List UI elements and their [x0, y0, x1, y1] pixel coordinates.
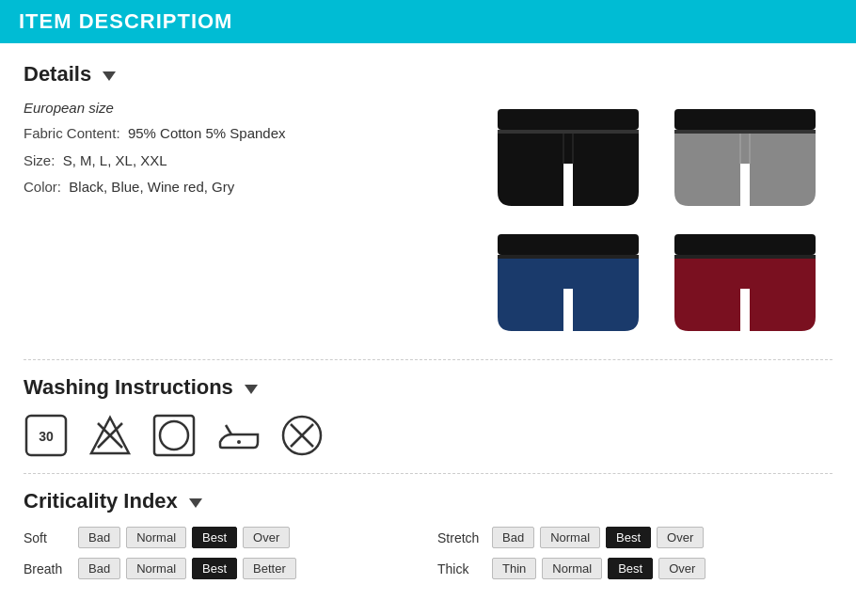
crit-btn-breath-normal[interactable]: Normal [126, 558, 186, 579]
divider-1 [24, 359, 832, 360]
color-label: Color: [24, 179, 61, 195]
washing-chevron-icon[interactable] [245, 385, 258, 394]
crit-row-stretch: Stretch Bad Normal Best Over [437, 527, 832, 548]
fabric-line: Fabric Content: 95% Cotton 5% Spandex [24, 123, 484, 145]
tumble-dry-icon [151, 413, 197, 458]
svg-rect-4 [674, 109, 816, 130]
crit-btn-thick-thin[interactable]: Thin [492, 558, 536, 579]
crit-btn-stretch-bad[interactable]: Bad [492, 527, 534, 548]
color-line: Color: Black, Blue, Wine red, Gry [24, 177, 484, 198]
boxer-black-img [484, 100, 652, 217]
details-title: Details [24, 62, 91, 87]
crit-btn-soft-normal[interactable]: Normal [126, 527, 186, 548]
svg-rect-12 [674, 234, 816, 255]
no-dry-clean-icon [279, 413, 325, 458]
page-title: ITEM DESCRIPTIOM [19, 9, 232, 34]
crit-btn-stretch-normal[interactable]: Normal [540, 527, 600, 548]
svg-rect-0 [498, 109, 639, 130]
iron-icon [215, 413, 261, 458]
svg-rect-9 [498, 255, 639, 259]
svg-line-23 [226, 425, 231, 434]
criticality-chevron-icon[interactable] [189, 498, 202, 508]
svg-rect-5 [674, 130, 816, 134]
washing-title: Washing Instructions [24, 375, 233, 400]
svg-rect-1 [498, 130, 639, 134]
crit-btn-soft-best[interactable]: Best [192, 527, 237, 548]
crit-label-breath: Breath [24, 561, 72, 577]
washing-section: Washing Instructions 30 [24, 375, 832, 458]
svg-rect-8 [498, 234, 639, 255]
crit-label-soft: Soft [24, 530, 72, 545]
details-section-header: Details [24, 62, 832, 87]
details-chevron-icon[interactable] [103, 71, 116, 81]
svg-rect-13 [674, 255, 816, 259]
svg-text:30: 30 [39, 429, 54, 444]
crit-btn-breath-best[interactable]: Best [192, 558, 237, 579]
details-text: European size Fabric Content: 95% Cotton… [24, 100, 484, 344]
criticality-grid: Soft Bad Normal Best Over Stretch Bad No… [24, 527, 832, 579]
color-value: Black, Blue, Wine red, Gry [69, 179, 234, 195]
crit-row-thick: Thick Thin Normal Best Over [437, 558, 832, 579]
criticality-title: Criticality Index [24, 489, 178, 513]
boxer-gray-img [661, 100, 829, 217]
crit-btn-thick-normal[interactable]: Normal [542, 558, 602, 579]
european-size: European size [24, 100, 484, 116]
divider-2 [24, 473, 832, 474]
crit-row-soft: Soft Bad Normal Best Over [24, 527, 419, 548]
fabric-label: Fabric Content: [24, 125, 120, 141]
boxer-navy-img [484, 225, 652, 342]
size-value: S, M, L, XL, XXL [63, 152, 167, 168]
crit-btn-breath-better[interactable]: Better [243, 558, 296, 579]
washing-icons-row: 30 [24, 413, 832, 458]
crit-btn-thick-best[interactable]: Best [608, 558, 653, 579]
wash-30-icon: 30 [24, 413, 69, 458]
svg-rect-22 [160, 421, 188, 450]
crit-row-breath: Breath Bad Normal Best Better [24, 558, 419, 579]
size-label: Size: [24, 152, 55, 168]
crit-btn-soft-over[interactable]: Over [243, 527, 290, 548]
product-images [484, 100, 832, 344]
details-section: European size Fabric Content: 95% Cotton… [24, 100, 832, 344]
criticality-section: Criticality Index Soft Bad Normal Best O… [24, 489, 832, 579]
size-line: Size: S, M, L, XL, XXL [24, 150, 484, 172]
no-bleach-icon [87, 413, 133, 458]
crit-label-thick: Thick [437, 561, 486, 577]
svg-point-24 [237, 440, 241, 444]
crit-btn-thick-over[interactable]: Over [658, 558, 705, 579]
crit-btn-stretch-best[interactable]: Best [606, 527, 651, 548]
crit-label-stretch: Stretch [437, 530, 486, 545]
washing-section-header: Washing Instructions [24, 375, 832, 400]
crit-btn-soft-bad[interactable]: Bad [78, 527, 120, 548]
crit-btn-breath-bad[interactable]: Bad [78, 558, 120, 579]
crit-btn-stretch-over[interactable]: Over [657, 527, 704, 548]
fabric-value: 95% Cotton 5% Spandex [128, 125, 286, 141]
main-content: Details European size Fabric Content: 95… [0, 43, 856, 598]
criticality-section-header: Criticality Index [24, 489, 832, 513]
boxer-wine-img [661, 225, 829, 342]
header-bar: ITEM DESCRIPTIOM [0, 0, 856, 43]
